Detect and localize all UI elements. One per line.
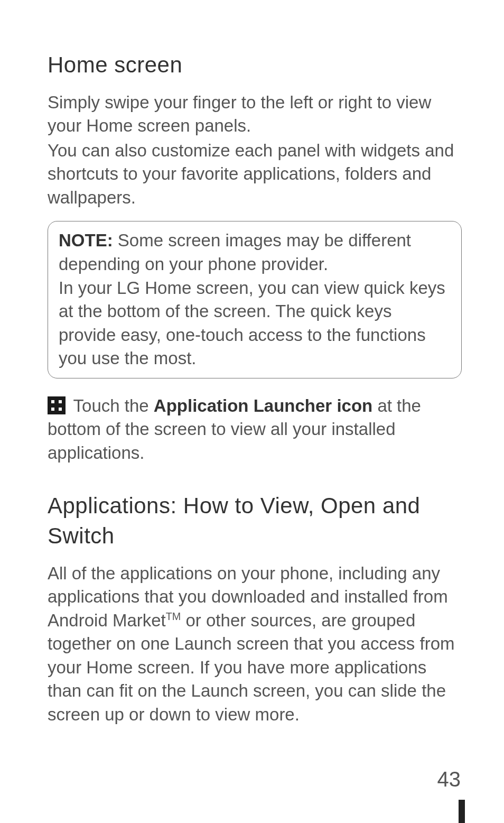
heading-home-screen: Home screen: [48, 50, 462, 80]
page-corner-mark: [459, 800, 465, 823]
note-label: NOTE:: [59, 230, 113, 250]
launcher-text-prefix: Touch the: [69, 396, 154, 415]
note-line-1: NOTE: Some screen images may be differen…: [59, 229, 451, 276]
heading-applications: Applications: How to View, Open and Swit…: [48, 491, 462, 551]
page-number: 43: [437, 765, 461, 793]
launcher-instruction: Touch the Application Launcher icon at t…: [48, 394, 462, 465]
application-launcher-icon: [48, 396, 66, 414]
home-screen-para-1: Simply swipe your finger to the left or …: [48, 91, 462, 138]
launcher-text-bold: Application Launcher icon: [154, 396, 372, 415]
note-text-2: In your LG Home screen, you can view qui…: [59, 276, 451, 371]
applications-para: All of the applications on your phone, i…: [48, 562, 462, 727]
trademark-symbol: TM: [166, 611, 181, 622]
note-box: NOTE: Some screen images may be differen…: [48, 221, 462, 378]
home-screen-para-2: You can also customize each panel with w…: [48, 139, 462, 210]
